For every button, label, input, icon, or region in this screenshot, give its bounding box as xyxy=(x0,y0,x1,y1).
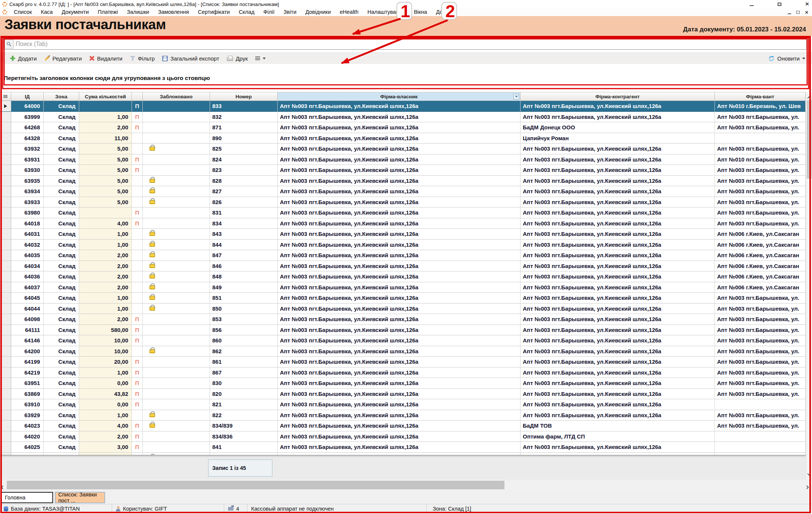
table-row[interactable]: 64018Склад4,00П834Апт №003 пгт.Барышевка… xyxy=(0,218,806,229)
table-row[interactable]: 64025Склад3,00П841Апт №003 пгт.Барышевка… xyxy=(0,442,806,453)
mdi-app-icon[interactable] xyxy=(2,10,7,15)
table-row[interactable]: 64000СкладП833Апт №003 пгт.Барышевка, ул… xyxy=(0,101,806,112)
table-row[interactable]: 63931Склад5,00П824Апт №003 пгт.Барышевка… xyxy=(0,154,806,165)
menu-item-каса[interactable]: Каса xyxy=(36,8,57,16)
table-row[interactable]: 64032Склад1,00844Апт №003 пгт.Барышевка,… xyxy=(0,240,806,250)
horizontal-scrollbar-thumb[interactable] xyxy=(7,481,504,489)
table-row[interactable]: 63935Склад5,00828Апт №003 пгт.Барышевка,… xyxy=(0,176,806,187)
column-header-col0[interactable] xyxy=(0,92,11,101)
table-row[interactable]: 64199Склад20,00П861Апт №003 пгт.Барышевк… xyxy=(0,357,806,367)
table-row[interactable]: 63951Склад0,00П830Апт №003 пгт.Барышевка… xyxy=(0,378,806,389)
menu-item-замовлення[interactable]: Замовлення xyxy=(154,8,194,16)
menu-item-сертифікати[interactable]: Сертифікати xyxy=(194,8,234,16)
restore-button[interactable] xyxy=(778,3,781,6)
menu-item-звіти[interactable]: Звіти xyxy=(279,8,301,16)
cell-sum: 1,00 xyxy=(79,229,132,240)
table-row[interactable]: 64146Склад10,00П860Апт №003 пгт.Барышевк… xyxy=(0,335,806,346)
mdi-restore-button[interactable] xyxy=(796,11,800,14)
filter-active-icon[interactable] xyxy=(513,94,519,99)
menu-item-список[interactable]: Список xyxy=(9,8,36,16)
print-button[interactable]: Друк xyxy=(223,53,251,64)
search-box[interactable] xyxy=(3,38,807,50)
view-options-button[interactable] xyxy=(251,53,269,64)
scroll-up-icon[interactable] xyxy=(808,96,811,100)
minimize-button[interactable] xyxy=(750,5,754,6)
column-header-Зона[interactable]: Зона xyxy=(44,92,79,101)
table-row[interactable]: 63934Склад5,00827Апт №003 пгт.Барышевка,… xyxy=(0,186,806,197)
cell-number: 847 xyxy=(210,250,278,261)
add-button[interactable]: Додати xyxy=(6,53,40,64)
column-header-Фірма-власник[interactable]: Фірма-власник xyxy=(278,92,521,101)
scroll-left-icon[interactable] xyxy=(1,486,5,489)
mdi-minimize-button[interactable] xyxy=(788,13,791,14)
tab-list-requests[interactable]: Список: Заявки пост ... xyxy=(55,492,105,503)
table-row[interactable]: 64219Склад1,00П867Апт №003 пгт.Барышевка… xyxy=(0,367,806,378)
group-by-area[interactable]: Перетягніть заголовок колонки сюди для у… xyxy=(0,64,812,92)
cell-locked xyxy=(143,197,210,208)
vertical-scrollbar[interactable] xyxy=(806,92,812,480)
table-row[interactable]: 64031Склад1,00843Апт №003 пгт.Барышевка,… xyxy=(0,229,806,240)
cell-owner-firm: Апт №003 пгт.Барышевка, ул.Киевский шлях… xyxy=(278,442,521,453)
table-row[interactable]: 64037Склад2,00849Апт №003 пгт.Барышевка,… xyxy=(0,282,806,293)
table-row[interactable]: 64268Склад2,00П871Апт №003 пгт.Барышевка… xyxy=(0,122,806,133)
column-header-Фірма-контрагент[interactable]: Фірма-контрагент xyxy=(521,92,715,101)
cell-locked xyxy=(143,453,210,456)
menu-item-склад[interactable]: Склад xyxy=(234,8,259,16)
column-chooser-icon[interactable] xyxy=(3,95,7,96)
table-row[interactable]: 63999Склад1,00П832Апт №003 пгт.Барышевка… xyxy=(0,112,806,123)
delete-button[interactable]: Видалити xyxy=(86,53,126,64)
table-row[interactable]: 63933Склад5,00826Апт №003 пгт.Барышевка,… xyxy=(0,197,806,208)
table-row[interactable]: 63929Склад1,00822Апт №003 пгт.Барышевка,… xyxy=(0,410,806,421)
table-row[interactable]: 1,00834/843Апт №003 пгт.Барышевка, ул.Ки… xyxy=(0,453,806,456)
menu-item-документи[interactable]: Документи xyxy=(57,8,93,16)
mdi-close-button[interactable]: × xyxy=(805,9,808,15)
horizontal-scrollbar[interactable] xyxy=(0,480,812,490)
scroll-down-icon[interactable] xyxy=(808,472,811,476)
tab-home[interactable]: Головна xyxy=(1,492,53,503)
table-row[interactable]: 64328Склад11,00890Апт №003 пгт.Барышевка… xyxy=(0,133,806,144)
table-row[interactable]: 63910Склад0,00П821Апт №003 пгт.Барышевка… xyxy=(0,399,806,410)
table-row[interactable]: 64044Склад1,00850Апт №003 пгт.Барышевка,… xyxy=(0,304,806,314)
table-row[interactable]: 64045Склад1,00851Апт №003 пгт.Барышевка,… xyxy=(0,293,806,304)
search-input[interactable] xyxy=(13,41,806,47)
cell-contragent-firm: Апт №003 пгт.Барышевка, ул.Киевский шлях… xyxy=(521,357,715,367)
table-row[interactable]: 64035Склад2,00847Апт №003 пгт.Барышевка,… xyxy=(0,250,806,261)
menu-item-довідники[interactable]: Довідники xyxy=(301,8,335,16)
column-header-Заблоковано[interactable]: Заблоковано xyxy=(143,92,210,101)
menu-item-ehealth[interactable]: eHealth xyxy=(335,8,363,16)
cell-contragent-firm: Апт №003 пгт.Барышевка, ул.Киевский шлях… xyxy=(521,378,715,389)
column-header-Сума кількостей[interactable]: Сума кількостей xyxy=(79,92,132,101)
column-header-col4[interactable] xyxy=(132,92,143,101)
menu-item-довідка[interactable]: Довідка xyxy=(432,8,460,16)
toolbar-drag-handle[interactable] xyxy=(2,55,3,62)
column-header-ІД[interactable]: ІД xyxy=(11,92,44,101)
column-header-Номер[interactable]: Номер xyxy=(210,92,278,101)
vertical-scrollbar-thumb[interactable] xyxy=(807,100,812,179)
table-row[interactable]: 63930Склад5,00П823Апт №003 пгт.Барышевка… xyxy=(0,165,806,176)
menu-item-філії[interactable]: Філії xyxy=(259,8,279,16)
refresh-dropdown-icon[interactable] xyxy=(802,58,805,59)
table-row[interactable]: 63869Склад43,82П820Апт №003 пгт.Барышевк… xyxy=(0,389,806,400)
menu-item-вікна[interactable]: Вікна xyxy=(409,8,431,16)
table-row[interactable]: 64200Склад10,00862Апт №003 пгт.Барышевка… xyxy=(0,346,806,357)
cell-consignee-firm: Апт №006 г.Киев, ул.Саксаган xyxy=(715,282,806,293)
scroll-right-icon[interactable] xyxy=(805,486,809,489)
table-row[interactable]: 63932Склад5,00825Апт №003 пгт.Барышевка,… xyxy=(0,144,806,154)
menu-item-налаштування[interactable]: Налаштування xyxy=(363,8,409,16)
table-row[interactable]: 64111Склад580,00П856Апт №003 пгт.Барышев… xyxy=(0,325,806,336)
menu-item-платежі[interactable]: Платежі xyxy=(93,8,123,16)
edit-button[interactable]: Редагувати xyxy=(40,53,86,64)
close-button[interactable]: × xyxy=(805,0,809,8)
export-button[interactable]: Загальний експорт xyxy=(158,53,223,64)
table-row[interactable]: 64020Склад2,00П834/836Апт №003 пгт.Барыш… xyxy=(0,431,806,442)
menu-item-залишки[interactable]: Залишки xyxy=(122,8,153,16)
table-row[interactable]: 64098Склад2,00П853Апт №003 пгт.Барышевка… xyxy=(0,314,806,325)
refresh-button[interactable]: Оновити xyxy=(765,53,809,64)
table-row[interactable]: 63980СкладП831Апт №003 пгт.Барышевка, ул… xyxy=(0,207,806,218)
table-row[interactable]: 64023Склад4,00П834/839Апт №003 пгт.Барыш… xyxy=(0,421,806,431)
table-row[interactable]: 64034Склад2,00846Апт №003 пгт.Барышевка,… xyxy=(0,261,806,272)
table-row[interactable]: 64036Склад2,00848Апт №003 пгт.Барышевка,… xyxy=(0,271,806,282)
column-header-Фірма-вант[interactable]: Фірма-вант xyxy=(715,92,806,101)
filter-button[interactable]: Фільтр xyxy=(126,53,158,64)
cell-sum: 1,00 xyxy=(79,240,132,250)
